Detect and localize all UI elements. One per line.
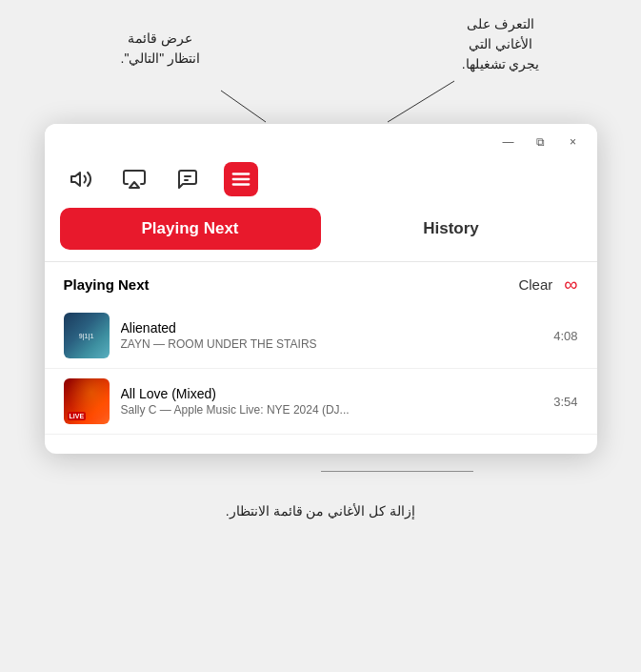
toolbar	[45, 151, 597, 208]
song-title-alienated: Alienated	[121, 320, 543, 336]
svg-line-1	[388, 81, 454, 122]
section-actions: Clear ∞	[518, 274, 577, 295]
song-item-alienated[interactable]: Alienated ZAYN — ROOM UNDER THE STAIRS 4…	[45, 303, 597, 369]
song-list: Alienated ZAYN — ROOM UNDER THE STAIRS 4…	[45, 303, 597, 435]
clear-button[interactable]: Clear	[518, 276, 552, 293]
main-window: — ⧉ ×	[45, 124, 597, 454]
queue-icon[interactable]	[224, 162, 258, 196]
tooltip-right: التعرف على الأغاني التي يجري تشغيلها.	[462, 14, 540, 74]
bottom-connector-svg	[45, 471, 597, 499]
tabs: Playing Next History	[45, 208, 597, 261]
svg-marker-2	[71, 173, 80, 186]
song-art-alienated	[64, 313, 110, 358]
bottom-annotation-wrapper: إزالة كل الأغاني من قائمة الانتظار.	[45, 471, 597, 519]
tooltip-left-line2: انتظار "التالي".	[121, 51, 201, 66]
minimize-button[interactable]: —	[500, 133, 517, 151]
song-title-alllove: All Love (Mixed)	[121, 386, 543, 401]
close-button[interactable]: ×	[565, 133, 582, 151]
song-info-alienated: Alienated ZAYN — ROOM UNDER THE STAIRS	[121, 320, 543, 351]
tab-history[interactable]: History	[321, 208, 582, 250]
svg-line-0	[221, 91, 266, 122]
song-item-alllove[interactable]: All Love (Mixed) Sally C — Apple Music L…	[45, 369, 597, 435]
song-info-alllove: All Love (Mixed) Sally C — Apple Music L…	[121, 386, 543, 417]
tooltip-left-line1: عرض قائمة	[128, 31, 192, 46]
titlebar: — ⧉ ×	[45, 124, 597, 151]
tooltip-right-line1: التعرف على	[467, 16, 534, 31]
tab-playing-next[interactable]: Playing Next	[60, 208, 321, 250]
section-title: Playing Next	[64, 276, 150, 293]
titlebar-right: — ⧉ ×	[500, 133, 582, 151]
tooltip-right-line2: الأغاني التي	[469, 36, 532, 51]
svg-marker-3	[130, 182, 139, 188]
tooltip-left: عرض قائمة انتظار "التالي".	[121, 29, 201, 69]
tooltip-area: عرض قائمة انتظار "التالي". التعرف على ال…	[45, 10, 597, 124]
section-header: Playing Next Clear ∞	[45, 261, 597, 303]
song-meta-alllove: Sally C — Apple Music Live: NYE 2024 (DJ…	[121, 403, 543, 417]
outer-wrapper: عرض قائمة انتظار "التالي". التعرف على ال…	[0, 0, 641, 672]
maximize-button[interactable]: ⧉	[532, 133, 550, 151]
tooltip-right-line3: يجري تشغيلها.	[462, 56, 540, 71]
art-alienated-bg	[64, 313, 110, 358]
song-meta-alienated: ZAYN — ROOM UNDER THE STAIRS	[121, 337, 543, 351]
bottom-spacer	[45, 435, 597, 454]
song-duration-alllove: 3:54	[553, 395, 577, 409]
bottom-annotation: إزالة كل الأغاني من قائمة الانتظار.	[45, 503, 597, 519]
art-alllove-bg	[64, 378, 110, 424]
lyrics-icon[interactable]	[170, 162, 205, 196]
infinity-icon[interactable]: ∞	[564, 274, 577, 295]
song-art-alllove	[64, 378, 110, 424]
song-duration-alienated: 4:08	[553, 329, 577, 343]
volume-icon[interactable]	[64, 162, 98, 196]
airplay-icon[interactable]	[117, 162, 151, 196]
